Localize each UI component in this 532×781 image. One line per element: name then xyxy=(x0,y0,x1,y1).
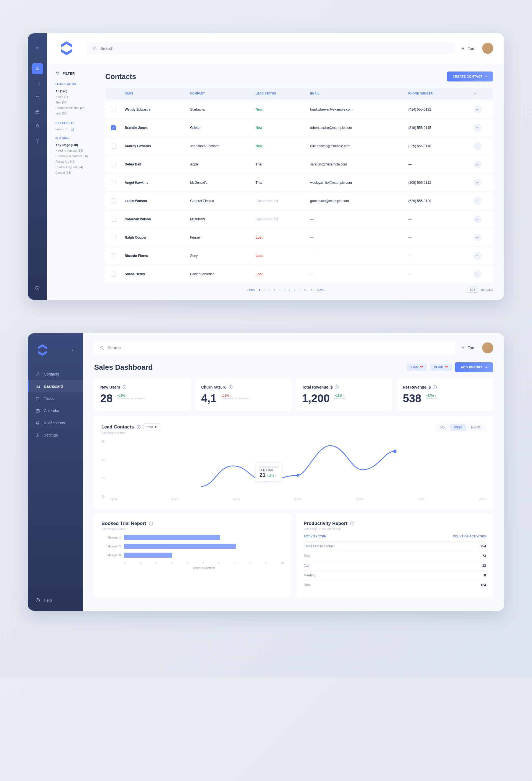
pager-page[interactable]: 5 xyxy=(279,288,280,292)
table-row[interactable]: Angel Hawkins McDonald's Trial wesley.wh… xyxy=(105,174,493,191)
filter-item[interactable]: Trial (54) xyxy=(55,99,94,105)
pager-page[interactable]: 6 xyxy=(284,288,285,292)
pager-page[interactable]: 8 xyxy=(294,288,295,292)
search-bar[interactable] xyxy=(87,42,455,54)
table-row[interactable]: Ralph Cooper Ferrari Lost — — ⋯ xyxy=(105,229,493,246)
nav-item-tasks[interactable]: Tasks xyxy=(28,393,83,405)
date-from-pill[interactable]: 1 FEB 📅 xyxy=(407,364,427,371)
pager-page[interactable]: 9 xyxy=(299,288,300,292)
table-row[interactable]: Debra Bell Apple Trial sara.cruz@example… xyxy=(105,156,493,173)
collapse-icon[interactable]: ← xyxy=(71,347,75,353)
col-company[interactable]: COMPANY xyxy=(190,92,255,95)
nav-item-calendar[interactable]: Calendar xyxy=(28,405,83,417)
filter-item[interactable]: Closed (13) xyxy=(55,170,94,175)
nav-contacts-icon[interactable] xyxy=(32,63,43,74)
filter-item[interactable]: Any stage (148) xyxy=(55,142,94,148)
row-menu-icon[interactable]: ⋯ xyxy=(474,179,482,187)
table-row[interactable]: Ricardo Flores Sony Lost — — ⋯ xyxy=(105,247,493,264)
table-row[interactable]: Audrey Edwards Johnson & Johnson New lil… xyxy=(105,138,493,154)
chart-filter-select[interactable]: Trial ▾ xyxy=(143,423,160,430)
pager-page[interactable]: 7 xyxy=(289,288,290,292)
checkbox[interactable] xyxy=(111,162,116,167)
nav-dashboard-icon[interactable] xyxy=(32,78,43,89)
avatar[interactable] xyxy=(482,342,493,353)
filter-item[interactable]: All (148) xyxy=(55,88,94,94)
filter-item[interactable]: New (17) xyxy=(55,94,94,99)
info-icon[interactable]: i xyxy=(136,425,140,429)
avatar[interactable] xyxy=(482,43,493,54)
table-row[interactable]: ✓ Brandie Jones Gillette New robert.cast… xyxy=(105,119,493,136)
col-menu-icon[interactable]: ⋯ xyxy=(474,92,488,95)
info-icon[interactable]: i xyxy=(350,522,354,526)
filter-item[interactable]: Contract signed (24) xyxy=(55,164,94,170)
seg-day[interactable]: DAY xyxy=(436,424,449,431)
line-chart[interactable]: 40 30 20 10 5 February 2020 LEAD Trial 2… xyxy=(101,440,486,496)
pager-page[interactable]: 3 xyxy=(269,288,271,292)
col-lead[interactable]: LEAD STATUS xyxy=(256,92,310,95)
col-name[interactable]: NAME xyxy=(125,92,190,95)
table-row[interactable]: Leslie Watson General Electric Cannot co… xyxy=(105,193,493,209)
search-input[interactable] xyxy=(100,46,449,51)
row-menu-icon[interactable]: ⋯ xyxy=(474,161,482,168)
row-menu-icon[interactable]: ⋯ xyxy=(474,270,482,278)
filter-item[interactable]: Need to contact (13) xyxy=(55,148,94,153)
checkbox[interactable] xyxy=(111,217,116,222)
seg-month[interactable]: MONTH xyxy=(467,424,485,431)
filter-item[interactable]: Cannot contacted (24) xyxy=(55,105,94,111)
create-contact-button[interactable]: CREATE CONTACT + xyxy=(447,72,493,81)
add-report-button[interactable]: ADD REPORT + xyxy=(455,362,493,372)
checkbox[interactable]: ✓ xyxy=(111,125,116,130)
checkbox[interactable] xyxy=(111,235,116,240)
row-menu-icon[interactable]: ⋯ xyxy=(474,215,482,223)
nav-settings-icon[interactable] xyxy=(32,135,43,146)
table-row[interactable]: Cameron Wilson Mitsubishi Cannot contact… xyxy=(105,211,493,228)
help-link[interactable]: Help xyxy=(28,598,59,603)
seg-week[interactable]: WEEK xyxy=(450,424,466,431)
date-to-pill[interactable]: 29 FEB 📅 xyxy=(430,364,452,371)
row-menu-icon[interactable]: ⋯ xyxy=(474,106,482,113)
checkbox[interactable] xyxy=(111,143,116,149)
info-icon[interactable]: i xyxy=(149,522,153,526)
filter-item[interactable]: Lost (53) xyxy=(55,111,94,116)
nav-item-dashboard[interactable]: Dashboard xyxy=(28,380,83,393)
menu-icon[interactable] xyxy=(32,43,43,54)
nav-calendar-icon[interactable] xyxy=(32,107,43,118)
info-icon[interactable]: i xyxy=(122,385,126,389)
filter-item[interactable]: Currently in contact (56) xyxy=(55,153,94,159)
pager-prev[interactable]: ‹ Prev xyxy=(247,288,255,292)
row-menu-icon[interactable]: ⋯ xyxy=(474,124,482,132)
checkbox[interactable] xyxy=(111,253,116,258)
row-menu-icon[interactable]: ⋯ xyxy=(474,252,482,260)
search-bar[interactable] xyxy=(94,341,455,354)
search-input[interactable] xyxy=(108,345,449,350)
pager-page[interactable]: 1 xyxy=(258,288,260,292)
row-menu-icon[interactable]: ⋯ xyxy=(474,142,482,150)
col-email[interactable]: EMAIL xyxy=(310,92,408,95)
row-menu-icon[interactable]: ⋯ xyxy=(474,197,482,205)
filter-item[interactable]: Follow-Up (42) xyxy=(55,159,94,164)
nav-notifications-icon[interactable] xyxy=(32,121,43,132)
info-icon[interactable]: i xyxy=(335,385,339,389)
checkbox[interactable] xyxy=(111,272,116,277)
table-row[interactable]: Shane Henry Bank of America Lost — — ⋯ xyxy=(105,266,493,282)
info-icon[interactable]: i xyxy=(229,385,233,389)
checkbox[interactable] xyxy=(111,180,116,185)
row-menu-icon[interactable]: ⋯ xyxy=(474,234,482,241)
col-phone[interactable]: PHONE NUMBER xyxy=(408,92,474,95)
table-row[interactable]: Wendy Edwards Starbucks New brad.wheeler… xyxy=(105,101,493,118)
nav-item-notifications[interactable]: Notifications xyxy=(28,417,83,429)
pager-page[interactable]: 4 xyxy=(274,288,276,292)
checkbox[interactable] xyxy=(111,198,116,203)
date-range-picker[interactable]: From - To xyxy=(55,127,94,131)
nav-tasks-icon[interactable] xyxy=(32,92,43,103)
pager-page[interactable]: 10 xyxy=(304,288,307,292)
pager-page[interactable]: 11 xyxy=(311,288,314,292)
per-page-select[interactable]: 10 ▾ xyxy=(467,287,478,293)
info-icon[interactable]: i xyxy=(433,385,437,389)
checkbox[interactable] xyxy=(111,107,116,112)
help-icon[interactable] xyxy=(35,286,40,292)
pager-page[interactable]: 2 xyxy=(263,288,265,292)
pager-next[interactable]: Next › xyxy=(317,288,325,292)
nav-item-contacts[interactable]: Contacts xyxy=(28,368,83,380)
nav-item-settings[interactable]: Settings xyxy=(28,429,83,441)
